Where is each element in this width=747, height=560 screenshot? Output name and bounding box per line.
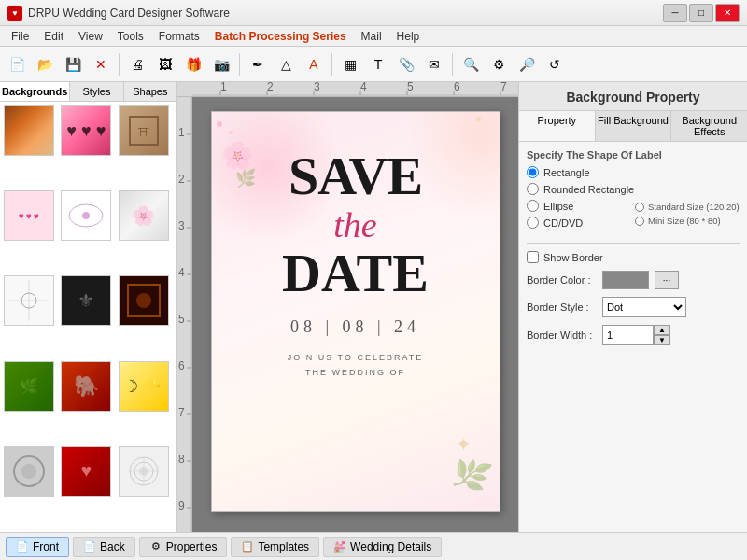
border-color-picker-btn[interactable]: ···	[655, 271, 679, 289]
bg-item-7[interactable]	[4, 275, 54, 326]
bg-item-10[interactable]: 🌿	[4, 361, 54, 412]
close-button[interactable]: ✕	[715, 4, 740, 22]
right-tab-fill[interactable]: Fill Background	[596, 111, 672, 141]
menu-tools[interactable]: Tools	[110, 28, 151, 45]
svg-text:3: 3	[178, 219, 185, 232]
border-width-up[interactable]: ▲	[654, 325, 670, 335]
menu-formats[interactable]: Formats	[151, 28, 207, 45]
rounded-rect-radio[interactable]	[527, 183, 539, 195]
tab-styles[interactable]: Styles	[70, 82, 123, 101]
rectangle-option[interactable]: Rectangle	[527, 166, 740, 178]
border-style-row: Border Style : Dot Solid Dash DashDot	[527, 297, 740, 317]
right-tab-property[interactable]: Property	[519, 111, 596, 141]
tab-shapes[interactable]: Shapes	[124, 82, 176, 101]
mini-size-option[interactable]: Mini Size (80 * 80)	[635, 216, 740, 226]
bg-item-6[interactable]: 🌸	[119, 190, 169, 241]
menu-batch[interactable]: Batch Processing Series	[207, 28, 354, 45]
sep3	[331, 53, 332, 76]
mini-size-radio[interactable]	[635, 217, 644, 226]
tb-barcode[interactable]: ▦	[337, 51, 363, 77]
tb-mail[interactable]: ✉	[421, 51, 447, 77]
tb-image[interactable]: 🖼	[152, 51, 178, 77]
svg-text:8: 8	[178, 453, 185, 466]
bg-item-15[interactable]	[119, 446, 169, 497]
tb-clip[interactable]: 📎	[393, 51, 419, 77]
minimize-button[interactable]: ─	[663, 4, 687, 22]
bg-item-3[interactable]: ⛩	[119, 105, 169, 156]
tb-refresh[interactable]: ↺	[542, 51, 568, 77]
standard-size-option[interactable]: Standard Size (120 20)	[635, 202, 740, 212]
right-panel: Background Property Property Fill Backgr…	[518, 82, 747, 532]
bg-item-1[interactable]	[4, 105, 54, 156]
svg-text:1: 1	[220, 82, 227, 93]
svg-text:5: 5	[178, 313, 185, 326]
bottom-tab-templates[interactable]: 📋 Templates	[231, 537, 319, 557]
tb-zoom[interactable]: 🔍	[458, 51, 484, 77]
bottom-tab-wedding[interactable]: 💒 Wedding Details	[323, 537, 442, 557]
tb-gift[interactable]: 🎁	[180, 51, 206, 77]
bg-item-5[interactable]	[61, 190, 111, 241]
tb-settings[interactable]: ⚙	[486, 51, 512, 77]
tb-shape[interactable]: △	[273, 51, 299, 77]
card-canvas: 🌸 🌿 🌿 ✦ SAVE the DATE 08 | 08 | 24	[211, 111, 500, 512]
menu-edit[interactable]: Edit	[36, 28, 71, 45]
show-border-label: Show Border	[543, 252, 603, 263]
border-color-row: Border Color : ···	[527, 271, 740, 289]
bg-item-9[interactable]	[119, 275, 169, 326]
cddvd-option[interactable]: CD/DVD	[527, 217, 631, 229]
ellipse-option[interactable]: Ellipse	[527, 200, 631, 212]
tb-photo[interactable]: 📷	[208, 51, 234, 77]
show-border-checkbox[interactable]	[527, 251, 539, 263]
main-area: Backgrounds Styles Shapes ♥ ♥ ♥ ⛩ ♥♥♥	[0, 82, 747, 532]
show-border-check[interactable]: Show Border	[527, 251, 603, 263]
border-style-select[interactable]: Dot Solid Dash DashDot	[602, 297, 686, 317]
tb-search[interactable]: 🔎	[514, 51, 540, 77]
border-width-input[interactable]	[602, 325, 654, 345]
bottombar: 📄 Front 📄 Back ⚙ Properties 📋 Templates …	[0, 532, 747, 560]
sep2	[239, 53, 240, 76]
bg-item-8[interactable]: ⚜	[61, 275, 111, 326]
front-tab-icon: 📄	[16, 540, 29, 553]
tb-new[interactable]: 📄	[4, 51, 30, 77]
wedding-tab-icon: 💒	[333, 540, 346, 553]
right-tab-effects[interactable]: Background Effects	[671, 111, 747, 141]
bg-item-4[interactable]: ♥♥♥	[4, 190, 54, 241]
app-icon: ♥	[7, 6, 22, 21]
bottom-tab-back[interactable]: 📄 Back	[73, 537, 135, 557]
ellipse-radio[interactable]	[527, 200, 539, 212]
bg-item-14[interactable]: ♥	[61, 446, 111, 497]
bg-item-12[interactable]: ☽ ⭐	[119, 361, 169, 412]
menu-help[interactable]: Help	[389, 28, 428, 45]
bg-item-2[interactable]: ♥ ♥ ♥	[61, 105, 111, 156]
ruler-top: 1 2 3 4 5 6 7 8	[177, 82, 518, 97]
tb-color[interactable]: A	[301, 51, 327, 77]
tb-pen[interactable]: ✒	[245, 51, 271, 77]
menu-view[interactable]: View	[71, 28, 110, 45]
tb-print[interactable]: 🖨	[124, 51, 150, 77]
maximize-button[interactable]: □	[689, 4, 713, 22]
sep4	[452, 53, 453, 76]
cddvd-radio[interactable]	[527, 217, 539, 229]
rounded-rect-option[interactable]: Rounded Rectangle	[527, 183, 740, 195]
tb-delete[interactable]: ✕	[88, 51, 114, 77]
bottom-tab-front[interactable]: 📄 Front	[6, 537, 69, 557]
svg-text:6: 6	[178, 359, 185, 372]
menu-file[interactable]: File	[4, 28, 36, 45]
canvas-scroll[interactable]: 🌸 🌿 🌿 ✦ SAVE the DATE 08 | 08 | 24	[192, 97, 518, 532]
card-save-text: SAVE	[289, 149, 422, 203]
svg-text:2: 2	[178, 173, 185, 186]
border-color-swatch[interactable]	[602, 271, 649, 289]
bg-item-13[interactable]	[4, 446, 54, 497]
tb-save[interactable]: 💾	[60, 51, 86, 77]
tab-backgrounds[interactable]: Backgrounds	[0, 82, 70, 101]
bg-item-11[interactable]: 🐘	[61, 361, 111, 412]
rectangle-radio[interactable]	[527, 166, 539, 178]
svg-text:4: 4	[360, 82, 367, 93]
standard-size-radio[interactable]	[635, 203, 644, 212]
card-join: JOIN US TO CELEBRATE THE WEDDING OF	[288, 350, 424, 380]
bottom-tab-properties[interactable]: ⚙ Properties	[139, 537, 228, 557]
border-width-down[interactable]: ▼	[654, 335, 670, 345]
tb-open[interactable]: 📂	[32, 51, 58, 77]
tb-text[interactable]: T	[365, 51, 391, 77]
menu-mail[interactable]: Mail	[354, 28, 389, 45]
